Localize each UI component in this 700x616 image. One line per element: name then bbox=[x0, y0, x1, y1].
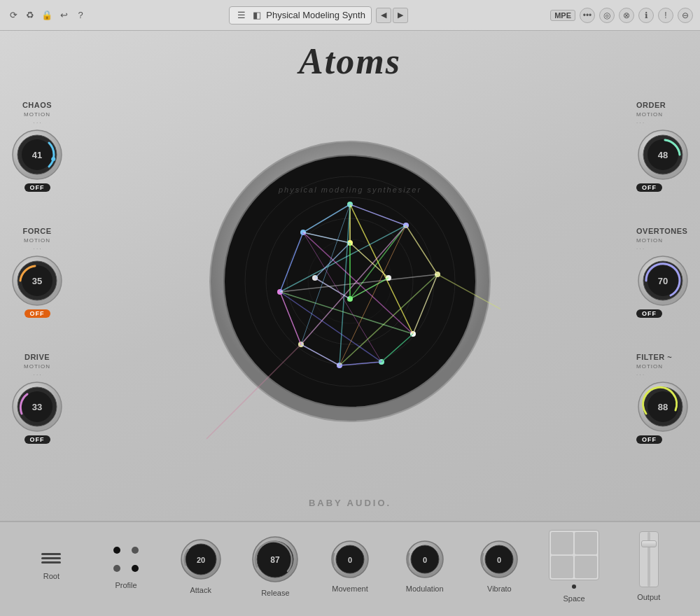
mpe-badge[interactable]: MPE bbox=[550, 10, 575, 21]
bottom-bar: Root Profile 20 bbox=[0, 521, 700, 616]
force-off-button[interactable]: OFF bbox=[24, 309, 50, 318]
release-knob[interactable]: 87 bbox=[251, 536, 299, 583]
space-cell-2 bbox=[575, 532, 597, 554]
order-off-button[interactable]: OFF bbox=[636, 183, 662, 192]
root-icon bbox=[41, 553, 61, 564]
force-dots: · · · bbox=[33, 246, 41, 252]
power-icon[interactable]: ⟳ bbox=[7, 9, 20, 22]
power-off-icon[interactable]: ⊖ bbox=[678, 8, 693, 23]
modulation-control: 0 Modulation bbox=[387, 540, 462, 598]
chaos-label: Chaos bbox=[22, 101, 52, 109]
drive-knob[interactable]: 33 bbox=[10, 380, 64, 433]
filter-knob[interactable]: 88 bbox=[636, 380, 690, 433]
release-label: Release bbox=[261, 589, 289, 597]
filter-off-button[interactable]: OFF bbox=[636, 435, 662, 444]
overtones-off-button[interactable]: OFF bbox=[636, 309, 662, 318]
svg-text:87: 87 bbox=[271, 555, 281, 565]
svg-text:33: 33 bbox=[32, 402, 42, 412]
alert-icon[interactable]: ! bbox=[658, 8, 673, 23]
chaos-knob-group: Chaos MOTION · · · 41 bbox=[10, 101, 64, 192]
profile-dot-2[interactable] bbox=[132, 547, 139, 554]
attack-knob[interactable]: 20 bbox=[180, 538, 222, 580]
order-knob[interactable]: 48 bbox=[636, 128, 690, 181]
circle1-icon[interactable]: ◎ bbox=[599, 8, 615, 23]
force-knob[interactable]: 35 bbox=[10, 254, 64, 307]
preset-selector[interactable]: ☰ ◧ Physical Modeling Synth bbox=[229, 6, 372, 24]
back-icon[interactable]: ↩ bbox=[57, 9, 70, 22]
output-label: Output bbox=[637, 593, 660, 601]
info-icon[interactable]: ℹ bbox=[638, 8, 654, 23]
force-motion-label: MOTION bbox=[24, 237, 50, 244]
lock-icon[interactable]: 🔒 bbox=[41, 9, 53, 22]
output-slider-thumb[interactable] bbox=[641, 540, 657, 547]
drive-dots: · · · bbox=[33, 372, 41, 378]
force-label: Force bbox=[23, 227, 52, 235]
overtones-dots: · · · bbox=[636, 246, 644, 252]
vibrato-knob[interactable]: 0 bbox=[479, 540, 519, 579]
movement-knob[interactable]: 0 bbox=[330, 540, 370, 579]
drive-label: Drive bbox=[24, 353, 50, 361]
profile-dot-4[interactable] bbox=[132, 565, 139, 572]
dots-icon[interactable]: ••• bbox=[580, 8, 595, 23]
svg-text:41: 41 bbox=[32, 150, 42, 160]
space-grid[interactable] bbox=[549, 530, 599, 580]
filter-knob-group: Filter ~ MOTION · · · 88 OFF bbox=[636, 353, 690, 444]
order-label: Order bbox=[636, 101, 666, 109]
space-cell-4 bbox=[575, 556, 597, 578]
brand-text: BABY AUDIO. bbox=[309, 498, 391, 508]
attack-control: 20 Attack bbox=[163, 538, 238, 600]
overtones-knob[interactable]: 70 bbox=[636, 254, 690, 307]
svg-text:0: 0 bbox=[348, 556, 352, 564]
profile-dot-3[interactable] bbox=[113, 565, 120, 572]
drive-off-button[interactable]: OFF bbox=[24, 435, 50, 444]
left-knobs: Chaos MOTION · · · 41 bbox=[10, 94, 64, 444]
drive-knob-group: Drive MOTION · · · 33 OFF bbox=[10, 353, 64, 444]
svg-text:70: 70 bbox=[658, 276, 668, 286]
knobs-area: Chaos MOTION · · · 41 bbox=[0, 94, 700, 465]
vibrato-label: Vibrato bbox=[487, 584, 512, 593]
chaos-knob[interactable]: 41 bbox=[10, 128, 64, 181]
drive-motion-label: MOTION bbox=[24, 363, 50, 370]
order-knob-group: Order MOTION · · · 48 OFF bbox=[636, 101, 690, 192]
chaos-dots: · · · bbox=[33, 120, 41, 126]
save-icon: ◧ bbox=[251, 9, 263, 22]
profile-selector[interactable] bbox=[110, 543, 142, 575]
chaos-off-button[interactable]: OFF bbox=[24, 183, 50, 192]
modulation-knob[interactable]: 0 bbox=[405, 540, 444, 579]
vibrato-control: 0 Vibrato bbox=[462, 540, 537, 598]
root-label: Root bbox=[43, 572, 59, 580]
recycle-icon[interactable]: ♻ bbox=[24, 9, 36, 22]
space-cell-1 bbox=[551, 532, 573, 554]
overtones-motion-label: MOTION bbox=[636, 237, 663, 244]
profile-label: Profile bbox=[115, 581, 136, 589]
movement-label: Movement bbox=[332, 584, 368, 593]
right-knobs: Order MOTION · · · 48 OFF Overtones bbox=[636, 94, 690, 444]
space-control: Space bbox=[537, 530, 612, 608]
svg-text:88: 88 bbox=[658, 402, 668, 412]
output-slider[interactable] bbox=[639, 531, 659, 587]
preset-name: Physical Modeling Synth bbox=[266, 10, 365, 20]
top-bar-left-icons: ⟳ ♻ 🔒 ↩ ? bbox=[7, 9, 87, 22]
circle2-icon[interactable]: ⊗ bbox=[619, 8, 634, 23]
menu-icon: ☰ bbox=[235, 9, 248, 22]
prev-preset-button[interactable]: ◀ bbox=[376, 8, 391, 23]
modulation-label: Modulation bbox=[406, 584, 444, 593]
filter-label: Filter ~ bbox=[636, 353, 672, 361]
chaos-motion-label: MOTION bbox=[24, 111, 50, 118]
synth-body: Atoms Chaos MOTION · · · bbox=[0, 31, 700, 521]
output-control: Output bbox=[611, 531, 686, 607]
svg-text:35: 35 bbox=[32, 276, 42, 286]
svg-text:20: 20 bbox=[197, 556, 205, 564]
next-preset-button[interactable]: ▶ bbox=[393, 8, 408, 23]
help-icon[interactable]: ? bbox=[74, 9, 87, 22]
svg-text:physical modeling synthesizer: physical modeling synthesizer bbox=[278, 186, 421, 194]
central-sphere[interactable]: physical modeling synthesizer bbox=[200, 103, 500, 456]
space-cell-3 bbox=[551, 556, 573, 578]
attack-label: Attack bbox=[190, 586, 211, 594]
space-label: Space bbox=[563, 594, 584, 603]
space-indicator bbox=[572, 584, 576, 589]
preset-nav: ◀ ▶ bbox=[376, 8, 408, 23]
profile-dot-1[interactable] bbox=[113, 547, 120, 554]
filter-motion-label: MOTION bbox=[636, 363, 663, 370]
release-control: 87 Release bbox=[238, 536, 313, 603]
